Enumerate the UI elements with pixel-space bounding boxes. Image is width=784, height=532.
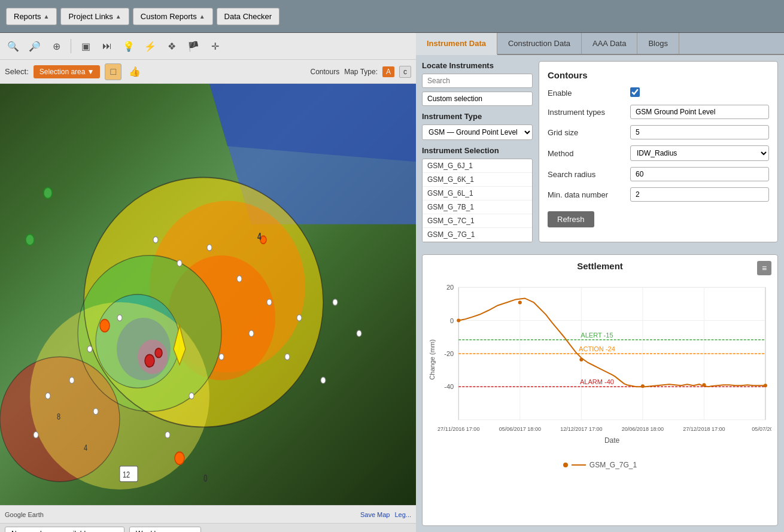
tab-blogs[interactable]: Blogs [637,33,679,54]
layers-icon[interactable]: ▣ [77,38,94,54]
svg-text:ALERT -15: ALERT -15 [581,332,613,339]
tab-instrument-data[interactable]: Instrument Data [416,33,497,55]
svg-point-76 [579,358,583,361]
zoombox-select[interactable]: No zoomboxes available [5,527,124,532]
top-toolbar: Reports ▲ Project Links ▲ Custom Reports… [0,0,784,33]
polygon-icon[interactable]: ❖ [163,38,180,54]
svg-point-42 [155,348,162,358]
min-data-input[interactable] [630,187,769,202]
zoom-region-icon[interactable]: ⊕ [48,38,65,54]
instrument-list: GSM_G_6J_1 GSM_G_6K_1 GSM_G_6L_1 GSM_G_7… [422,159,533,242]
legend-button[interactable]: Leg... [394,511,411,518]
project-links-button[interactable]: Project Links ▲ [60,8,129,25]
enable-label: Enable [548,89,625,98]
map-type-a-button[interactable]: A [382,66,394,77]
marker-icon[interactable]: 💡 [120,38,137,54]
map-canvas[interactable]: 4 0 0 4 8 12 [0,84,416,505]
svg-point-40 [44,187,52,198]
locate-instruments-title: Locate Instruments [422,61,533,70]
tab-aaa-data[interactable]: AAA Data [582,33,637,54]
svg-point-79 [764,384,767,387]
selection-area-button[interactable]: Selection area ▼ [34,65,101,78]
hand-icon[interactable]: 👍 [126,63,143,80]
svg-point-22 [249,330,254,336]
instrument-item[interactable]: GSM_G_6L_1 [423,187,532,200]
svg-text:8: 8 [57,411,60,421]
crosshair-icon[interactable]: ✛ [206,38,223,54]
forward-icon[interactable]: ⏭ [99,38,116,54]
method-select[interactable]: IDW_RadiusIDWKriging [630,145,769,161]
search-radius-value [630,167,769,181]
svg-point-77 [641,384,645,388]
selection-toolbar: Select: Selection area ▼ □ 👍 Contours Ma… [0,60,416,84]
instrument-item[interactable]: GSM_G_6K_1 [423,173,532,187]
contours-toggle-label: Contours [310,68,339,76]
svg-text:-40: -40 [444,383,454,390]
contour-overlay: 4 0 0 4 8 12 [0,84,416,505]
grid-size-label: Grid size [548,128,625,137]
tab-construction-data[interactable]: Construction Data [497,33,582,54]
bookmark-icon[interactable]: 🏴 [185,38,202,54]
svg-text:0: 0 [450,317,454,324]
selection-area-arrow-icon: ▼ [87,68,94,76]
min-data-label: Min. data number [548,190,625,199]
google-earth-label: Google Earth [5,511,44,518]
weekly-select[interactable]: Weekly [129,527,201,532]
svg-text:0: 0 [203,473,208,484]
data-checker-button[interactable]: Data Checker [217,8,279,25]
search-radius-input[interactable] [630,167,769,181]
instrument-types-input[interactable] [630,105,769,119]
grid-size-input[interactable] [630,125,769,139]
instrument-item[interactable]: GSM_G_7C_1 [423,214,532,228]
svg-text:12/12/2017 17:00: 12/12/2017 17:00 [560,426,602,432]
svg-point-29 [34,431,38,437]
svg-text:27/11/2016 17:00: 27/11/2016 17:00 [437,426,479,432]
svg-text:ACTION -24: ACTION -24 [579,345,615,352]
svg-point-18 [207,245,212,251]
instrument-item[interactable]: GSM_G_6J_1 [423,159,532,173]
instrument-type-title: Instrument Type [422,112,533,121]
svg-point-31 [165,431,170,437]
reports-arrow-icon: ▲ [44,13,50,20]
svg-text:20/06/2018 18:00: 20/06/2018 18:00 [622,426,664,432]
reports-button[interactable]: Reports ▲ [6,8,57,25]
custom-reports-arrow-icon: ▲ [199,13,205,20]
min-data-row: Min. data number [548,187,769,202]
chart-menu-icon[interactable]: ≡ [757,261,771,275]
svg-point-35 [321,377,326,383]
legend-line-icon [572,464,586,466]
map-footer: No zoomboxes available Weekly [0,523,416,532]
tab-blogs-label: Blogs [648,39,668,48]
tab-aaa-data-label: AAA Data [592,39,626,48]
custom-selection-button[interactable]: Custom selection [422,92,533,106]
panel-body: Locate Instruments Custom selection Inst… [416,55,784,248]
instrument-item[interactable]: GSM_G_7G_1 [423,228,532,242]
select-label: Select: [5,67,29,76]
panel-tabs: Instrument Data Construction Data AAA Da… [416,33,784,55]
lightning-icon[interactable]: ⚡ [142,38,159,54]
svg-point-24 [117,315,122,321]
svg-point-41 [145,354,154,367]
rectangle-select-icon[interactable]: □ [105,63,121,80]
instrument-item[interactable]: GSM_G_7B_1 [423,200,532,214]
search-zoom-icon[interactable]: 🔍 [5,38,22,54]
refresh-button[interactable]: Refresh [548,211,594,227]
tab-instrument-data-label: Instrument Data [427,39,486,48]
svg-point-27 [93,408,98,414]
map-type-c-button[interactable]: c [399,66,411,78]
pan-icon[interactable]: 🔎 [26,38,43,54]
save-map-button[interactable]: Save Map [360,511,390,518]
instrument-type-select[interactable]: GSM — Ground Point Level [422,124,533,140]
svg-point-36 [100,320,110,332]
custom-selection-label: Custom selection [427,95,482,103]
search-input[interactable] [422,74,533,88]
instrument-selection-title: Instrument Selection [422,146,533,155]
svg-text:05/07/2019: 05/07/2019 [752,426,771,432]
svg-text:05/06/2017 18:00: 05/06/2017 18:00 [499,426,541,432]
svg-text:4: 4 [84,442,87,452]
enable-checkbox[interactable] [630,87,640,97]
svg-text:4: 4 [257,231,262,242]
svg-point-17 [177,260,182,266]
svg-point-25 [87,346,92,352]
custom-reports-button[interactable]: Custom Reports ▲ [133,8,213,25]
